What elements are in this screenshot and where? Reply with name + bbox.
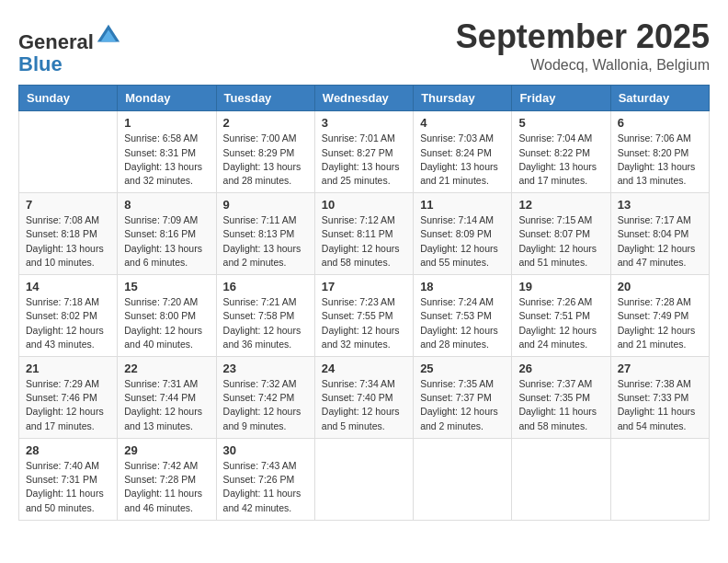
day-info: Sunrise: 7:08 AMSunset: 8:18 PMDaylight:…: [26, 213, 110, 270]
calendar-cell: 2Sunrise: 7:00 AMSunset: 8:29 PMDaylight…: [216, 111, 314, 193]
calendar-cell: 23Sunrise: 7:32 AMSunset: 7:42 PMDayligh…: [216, 357, 314, 439]
day-info: Sunrise: 7:37 AMSunset: 7:35 PMDaylight:…: [518, 377, 603, 433]
calendar-cell: 16Sunrise: 7:21 AMSunset: 7:58 PMDayligh…: [216, 275, 314, 357]
day-number: 7: [26, 198, 110, 212]
day-info: Sunrise: 7:38 AMSunset: 7:33 PMDaylight:…: [618, 377, 702, 433]
calendar-cell: 6Sunrise: 7:06 AMSunset: 8:20 PMDaylight…: [610, 111, 709, 193]
week-row-3: 14Sunrise: 7:18 AMSunset: 8:02 PMDayligh…: [19, 275, 710, 357]
calendar-table: SundayMondayTuesdayWednesdayThursdayFrid…: [18, 85, 710, 520]
calendar-cell: 12Sunrise: 7:15 AMSunset: 8:07 PMDayligh…: [512, 193, 610, 275]
weekday-header-monday: Monday: [118, 86, 216, 111]
day-info: Sunrise: 7:11 AMSunset: 8:13 PMDaylight:…: [223, 213, 308, 270]
calendar-cell: [414, 438, 512, 520]
page-header: General Blue September 2025 Wodecq, Wall…: [18, 18, 710, 75]
week-row-4: 21Sunrise: 7:29 AMSunset: 7:46 PMDayligh…: [19, 357, 710, 439]
calendar-cell: 4Sunrise: 7:03 AMSunset: 8:24 PMDaylight…: [414, 111, 512, 193]
week-row-1: 1Sunrise: 6:58 AMSunset: 8:31 PMDaylight…: [19, 111, 710, 193]
day-info: Sunrise: 7:29 AMSunset: 7:46 PMDaylight:…: [26, 377, 110, 433]
day-info: Sunrise: 7:03 AMSunset: 8:24 PMDaylight:…: [420, 132, 505, 188]
title-block: September 2025 Wodecq, Wallonia, Belgium: [456, 18, 710, 74]
day-number: 22: [124, 362, 209, 375]
calendar-cell: 19Sunrise: 7:26 AMSunset: 7:51 PMDayligh…: [512, 275, 610, 357]
day-info: Sunrise: 7:14 AMSunset: 8:09 PMDaylight:…: [420, 213, 505, 270]
day-number: 16: [223, 280, 308, 293]
day-info: Sunrise: 7:09 AMSunset: 8:16 PMDaylight:…: [124, 213, 209, 270]
location-title: Wodecq, Wallonia, Belgium: [456, 57, 710, 74]
calendar-cell: 15Sunrise: 7:20 AMSunset: 8:00 PMDayligh…: [118, 275, 216, 357]
calendar-cell: 10Sunrise: 7:12 AMSunset: 8:11 PMDayligh…: [314, 193, 413, 275]
calendar-cell: 24Sunrise: 7:34 AMSunset: 7:40 PMDayligh…: [314, 357, 413, 439]
day-number: 28: [26, 443, 110, 457]
day-number: 27: [618, 362, 702, 375]
day-number: 23: [223, 362, 308, 375]
calendar-cell: 7Sunrise: 7:08 AMSunset: 8:18 PMDaylight…: [19, 193, 118, 275]
calendar-cell: 28Sunrise: 7:40 AMSunset: 7:31 PMDayligh…: [19, 438, 118, 520]
day-info: Sunrise: 6:58 AMSunset: 8:31 PMDaylight:…: [124, 132, 209, 188]
day-number: 21: [26, 362, 110, 375]
day-number: 25: [420, 362, 505, 375]
calendar-cell: 3Sunrise: 7:01 AMSunset: 8:27 PMDaylight…: [314, 111, 413, 193]
day-info: Sunrise: 7:23 AMSunset: 7:55 PMDaylight:…: [322, 295, 406, 351]
logo-general-text: General: [18, 30, 94, 53]
weekday-header-row: SundayMondayTuesdayWednesdayThursdayFrid…: [19, 86, 710, 111]
day-number: 26: [518, 362, 603, 375]
calendar-cell: 11Sunrise: 7:14 AMSunset: 8:09 PMDayligh…: [414, 193, 512, 275]
logo-icon: [96, 23, 121, 49]
calendar-cell: 8Sunrise: 7:09 AMSunset: 8:16 PMDaylight…: [118, 193, 216, 275]
day-info: Sunrise: 7:06 AMSunset: 8:20 PMDaylight:…: [618, 132, 702, 188]
day-number: 20: [618, 280, 702, 293]
calendar-cell: [512, 438, 610, 520]
day-number: 24: [322, 362, 406, 375]
day-info: Sunrise: 7:32 AMSunset: 7:42 PMDaylight:…: [223, 377, 308, 433]
calendar-cell: 14Sunrise: 7:18 AMSunset: 8:02 PMDayligh…: [19, 275, 118, 357]
day-info: Sunrise: 7:31 AMSunset: 7:44 PMDaylight:…: [124, 377, 209, 433]
day-number: 13: [618, 198, 702, 212]
day-number: 5: [518, 116, 603, 130]
day-info: Sunrise: 7:28 AMSunset: 7:49 PMDaylight:…: [618, 295, 702, 351]
week-row-5: 28Sunrise: 7:40 AMSunset: 7:31 PMDayligh…: [19, 438, 710, 520]
day-number: 18: [420, 280, 505, 293]
calendar-cell: 9Sunrise: 7:11 AMSunset: 8:13 PMDaylight…: [216, 193, 314, 275]
calendar-cell: 5Sunrise: 7:04 AMSunset: 8:22 PMDaylight…: [512, 111, 610, 193]
day-info: Sunrise: 7:00 AMSunset: 8:29 PMDaylight:…: [223, 132, 308, 188]
calendar-cell: 26Sunrise: 7:37 AMSunset: 7:35 PMDayligh…: [512, 357, 610, 439]
day-info: Sunrise: 7:21 AMSunset: 7:58 PMDaylight:…: [223, 295, 308, 351]
calendar-cell: 21Sunrise: 7:29 AMSunset: 7:46 PMDayligh…: [19, 357, 118, 439]
calendar-cell: 20Sunrise: 7:28 AMSunset: 7:49 PMDayligh…: [610, 275, 709, 357]
day-info: Sunrise: 7:24 AMSunset: 7:53 PMDaylight:…: [420, 295, 505, 351]
day-info: Sunrise: 7:01 AMSunset: 8:27 PMDaylight:…: [322, 132, 406, 188]
day-info: Sunrise: 7:04 AMSunset: 8:22 PMDaylight:…: [518, 132, 603, 188]
day-number: 19: [518, 280, 603, 293]
day-number: 3: [322, 116, 406, 130]
day-number: 29: [124, 443, 209, 457]
weekday-header-tuesday: Tuesday: [216, 86, 314, 111]
day-number: 12: [518, 198, 603, 212]
month-title: September 2025: [456, 18, 710, 55]
logo: General Blue: [18, 23, 121, 75]
day-info: Sunrise: 7:42 AMSunset: 7:28 PMDaylight:…: [124, 459, 209, 515]
day-number: 9: [223, 198, 308, 212]
day-number: 11: [420, 198, 505, 212]
calendar-cell: 18Sunrise: 7:24 AMSunset: 7:53 PMDayligh…: [414, 275, 512, 357]
calendar-cell: [314, 438, 413, 520]
calendar-cell: 30Sunrise: 7:43 AMSunset: 7:26 PMDayligh…: [216, 438, 314, 520]
day-number: 6: [618, 116, 702, 130]
day-number: 30: [223, 443, 308, 457]
day-info: Sunrise: 7:34 AMSunset: 7:40 PMDaylight:…: [322, 377, 406, 433]
day-info: Sunrise: 7:43 AMSunset: 7:26 PMDaylight:…: [223, 459, 308, 515]
day-number: 2: [223, 116, 308, 130]
calendar-cell: 22Sunrise: 7:31 AMSunset: 7:44 PMDayligh…: [118, 357, 216, 439]
day-info: Sunrise: 7:40 AMSunset: 7:31 PMDaylight:…: [26, 459, 110, 515]
weekday-header-thursday: Thursday: [414, 86, 512, 111]
day-number: 15: [124, 280, 209, 293]
day-number: 4: [420, 116, 505, 130]
day-number: 14: [26, 280, 110, 293]
day-info: Sunrise: 7:17 AMSunset: 8:04 PMDaylight:…: [618, 213, 702, 270]
day-number: 8: [124, 198, 209, 212]
weekday-header-sunday: Sunday: [19, 86, 118, 111]
calendar-cell: 13Sunrise: 7:17 AMSunset: 8:04 PMDayligh…: [610, 193, 709, 275]
day-number: 17: [322, 280, 406, 293]
calendar-cell: 17Sunrise: 7:23 AMSunset: 7:55 PMDayligh…: [314, 275, 413, 357]
calendar-cell: 1Sunrise: 6:58 AMSunset: 8:31 PMDaylight…: [118, 111, 216, 193]
calendar-cell: 29Sunrise: 7:42 AMSunset: 7:28 PMDayligh…: [118, 438, 216, 520]
